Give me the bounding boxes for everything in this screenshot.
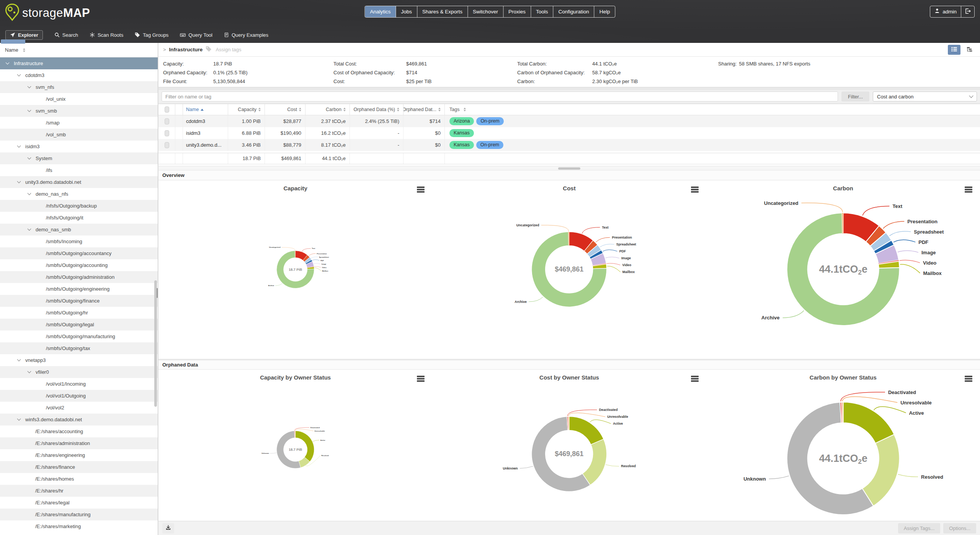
column-header-tags[interactable]: Tags <box>445 104 980 115</box>
tree-item-nfsfs-outgoing-backup[interactable]: /nfsfs/Outgoing/backup <box>0 200 158 212</box>
list-view-button[interactable] <box>948 45 960 55</box>
filter-input[interactable] <box>162 92 838 101</box>
tree-item-svm-smb[interactable]: svm_smb <box>0 105 158 117</box>
chevron-down-icon[interactable] <box>28 156 31 160</box>
panel-splitter[interactable] <box>158 166 980 170</box>
toolbar-item-explorer[interactable]: Explorer <box>5 30 43 40</box>
options-button[interactable]: Options... <box>943 523 976 533</box>
tree-item-e-shares-accounting[interactable]: /E:/shares/accounting <box>0 425 158 437</box>
toolbar-item-scan-roots[interactable]: Scan Roots <box>90 32 123 38</box>
sidebar-resize-handle[interactable] <box>157 288 158 298</box>
tree-item-vol-vol1-incoming[interactable]: /vol/vol1/Incoming <box>0 378 158 390</box>
donut-slice-active[interactable] <box>569 417 604 445</box>
chart-menu-icon[interactable] <box>691 187 699 193</box>
table-row[interactable]: unity3.demo.d...3.46 PiB$88,7798.17 tCO₂… <box>158 139 980 151</box>
tree-item-infrastructure[interactable]: Infrastructure <box>0 57 158 69</box>
chevron-down-icon[interactable] <box>28 370 31 373</box>
tree-item-smbfs-outgoing-manufacturing[interactable]: /smbfs/Outgoing/manufacturing <box>0 330 158 342</box>
sidebar-scrollbar[interactable] <box>154 280 157 407</box>
chevron-down-icon[interactable] <box>28 108 31 112</box>
user-button[interactable]: admin <box>930 6 961 17</box>
column-header-carbon[interactable]: Carbon <box>305 104 350 115</box>
chevron-down-icon[interactable] <box>6 61 10 65</box>
tab-configuration[interactable]: Configuration <box>554 6 595 17</box>
toolbar-item-query-tool[interactable]: Query Tool <box>180 32 212 38</box>
tree-item-svm-nfs[interactable]: svm_nfs <box>0 81 158 93</box>
chevron-down-icon[interactable] <box>28 191 31 195</box>
assign-tags-footer-button[interactable]: Assign Tags... <box>898 523 941 533</box>
tree-item-winfs3-demo-datadobi-net[interactable]: winfs3.demo.datadobi.net <box>0 414 158 425</box>
chevron-down-icon[interactable] <box>17 358 21 362</box>
tree-item-e-shares-finance[interactable]: /E:/shares/finance <box>0 461 158 473</box>
filter-button[interactable]: Filter... <box>841 92 869 101</box>
donut-slice-resolved[interactable] <box>583 439 607 485</box>
toolbar-item-query-examples[interactable]: Query Examples <box>224 32 268 38</box>
toolbar-item-search[interactable]: Search <box>54 32 78 38</box>
column-header-capacity[interactable]: Capacity <box>228 104 265 115</box>
chart-menu-icon[interactable] <box>691 376 699 383</box>
tab-shares-exports[interactable]: Shares & Exports <box>417 6 468 17</box>
tab-analytics[interactable]: Analytics <box>365 6 396 17</box>
tree-item-e-shares-homes[interactable]: /E:/shares/homes <box>0 473 158 485</box>
tab-help[interactable]: Help <box>595 6 615 17</box>
chart-menu-icon[interactable] <box>965 376 972 383</box>
tab-switchover[interactable]: Switchover <box>468 6 503 17</box>
tree-item-vol-unix[interactable]: /vol_unix <box>0 93 158 105</box>
chevron-down-icon[interactable] <box>17 417 21 421</box>
tree-item-smap[interactable]: /smap <box>0 117 158 129</box>
tree-item-e-shares-manufacturing[interactable]: /E:/shares/manufacturing <box>0 509 158 520</box>
tree-item-e-shares-engineering[interactable]: /E:/shares/engineering <box>0 449 158 461</box>
row-checkbox[interactable] <box>165 118 169 124</box>
tree-item-vol-smb[interactable]: /vol_smb <box>0 129 158 141</box>
tab-tools[interactable]: Tools <box>531 6 554 17</box>
tree-item-vol-vol1-outgoing[interactable]: /vol/vol1/Outgoing <box>0 390 158 402</box>
donut-slice-unresolvable[interactable] <box>841 402 843 423</box>
tree-item-e-shares-marketing[interactable]: /E:/shares/marketing <box>0 520 158 532</box>
tree-item-demo-nas-nfs[interactable]: demo_nas_nfs <box>0 188 158 200</box>
tree-item-nfsfs-outgoing-it[interactable]: /nfsfs/Outgoing/it <box>0 212 158 224</box>
tree-item-vol-vol2[interactable]: /vol/vol2 <box>0 402 158 414</box>
download-button[interactable] <box>162 523 174 533</box>
logout-button[interactable] <box>961 6 974 17</box>
table-row[interactable]: cdotdm31.00 PiB$28,8772.37 tCO₂e2.4% (25… <box>158 115 980 127</box>
chart-menu-icon[interactable] <box>417 187 425 193</box>
tree-item-e-shares-hr[interactable]: /E:/shares/hr <box>0 485 158 497</box>
donut-slice-resolved[interactable] <box>862 434 899 506</box>
tree-item-demo-nas-smb[interactable]: demo_nas_smb <box>0 224 158 236</box>
row-checkbox[interactable] <box>165 130 169 136</box>
tree-item-cdotdm3[interactable]: cdotdm3 <box>0 69 158 81</box>
tree-item-smbfs-outgoing-finance[interactable]: /smbfs/Outgoing/finance <box>0 295 158 307</box>
donut-slice-unresolvable[interactable] <box>568 417 569 430</box>
tree-item-unity3-demo-datadobi-net[interactable]: unity3.demo.datadobi.net <box>0 176 158 188</box>
tree-item-smbfs-outgoing-administration[interactable]: /smbfs/Outgoing/administration <box>0 271 158 283</box>
tree-item-e-shares-administration[interactable]: /E:/shares/administration <box>0 437 158 449</box>
tree-item-smbfs-outgoing-tax[interactable]: /smbfs/Outgoing/tax <box>0 342 158 354</box>
tree-item-smbfs-incoming[interactable]: /smbfs/Incoming <box>0 236 158 247</box>
tree-item-smbfs-outgoing-accountancy[interactable]: /smbfs/Outgoing/accountancy <box>0 247 158 259</box>
tab-jobs[interactable]: Jobs <box>396 6 417 17</box>
chevron-down-icon[interactable] <box>17 73 21 77</box>
view-mode-dropdown[interactable]: Cost and carbon <box>873 92 977 101</box>
tree-item-e-shares-legal[interactable]: /E:/shares/legal <box>0 497 158 509</box>
row-checkbox[interactable] <box>165 142 169 148</box>
tree-item-vnetapp3[interactable]: vnetapp3 <box>0 354 158 366</box>
tree-item-smbfs-outgoing-accounting[interactable]: /smbfs/Outgoing/accounting <box>0 259 158 271</box>
tree-item-isidm3[interactable]: isidm3 <box>0 141 158 152</box>
column-header-orphaned-dat[interactable]: Orphaned Dat... <box>403 104 445 115</box>
select-all-checkbox[interactable] <box>165 106 169 113</box>
tree-item-smbfs-outgoing-legal[interactable]: /smbfs/Outgoing/legal <box>0 319 158 330</box>
tree-header[interactable]: Name <box>0 43 158 57</box>
chart-menu-icon[interactable] <box>965 187 972 193</box>
donut-slice-active[interactable] <box>843 402 894 443</box>
tab-proxies[interactable]: Proxies <box>503 6 531 17</box>
toolbar-item-tag-groups[interactable]: Tag Groups <box>135 32 168 38</box>
assign-tags-button[interactable]: Assign tags <box>216 47 241 52</box>
column-header-orphaned-data[interactable]: Orphaned Data (%) <box>350 104 403 115</box>
column-header-cost[interactable]: Cost <box>265 104 305 115</box>
column-header-name[interactable]: Name <box>183 104 228 115</box>
chevron-down-icon[interactable] <box>17 180 21 183</box>
tree-item-smbfs-outgoing-hr[interactable]: /smbfs/Outgoing/hr <box>0 307 158 319</box>
chevron-down-icon[interactable] <box>28 227 31 231</box>
tree-item-vfiler0[interactable]: vfiler0 <box>0 366 158 378</box>
chart-menu-icon[interactable] <box>417 376 425 383</box>
